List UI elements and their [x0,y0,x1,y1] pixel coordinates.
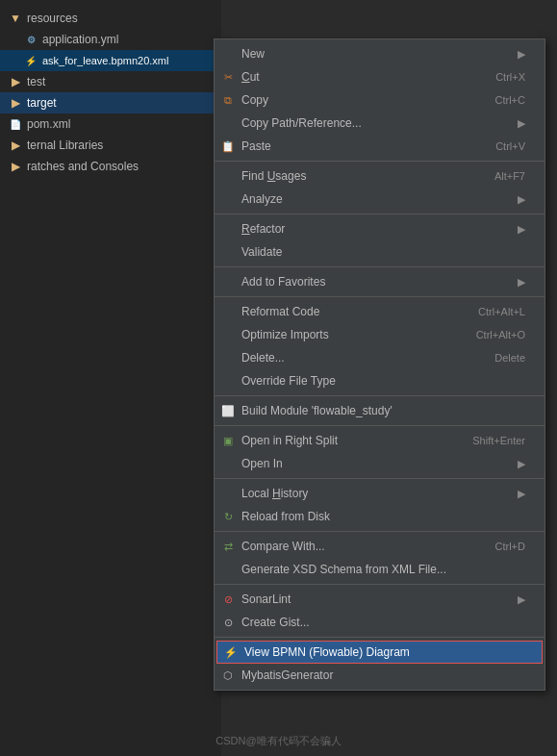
open-in-arrow: ▶ [518,458,525,470]
menu-item-refactor[interactable]: Refactor ▶ [215,217,544,240]
tree-item-label: test [27,75,45,88]
sonar-icon: ⊘ [220,593,236,606]
tree-item-yml[interactable]: ⚙ application.yml [0,29,221,50]
folder-icon: ▼ [8,11,23,26]
menu-item-mybatis[interactable]: ⬡ MybatisGenerator [215,664,544,687]
menu-item-copy-label: Copy [241,93,495,107]
menu-item-create-gist[interactable]: ⊙ Create Gist... [215,611,544,634]
menu-item-paste-label: Paste [241,139,495,153]
open-right-split-shortcut: Shift+Enter [472,435,525,446]
context-menu: New ▶ ✂ Cut Ctrl+X ⧉ Copy Ctrl+C Copy Pa… [214,38,545,691]
sep8 [215,531,544,532]
menu-item-copy-path-label: Copy Path/Reference... [241,116,518,130]
tree-item-test[interactable]: ▶ test [0,71,221,92]
sep5 [215,395,544,396]
tree-item-label: application.yml [42,33,118,46]
folder-icon-scratches: ▶ [8,159,23,174]
menu-item-open-right-split-label: Open in Right Split [241,434,472,447]
watermark: CSDN@唯有代码不会骗人 [0,734,557,748]
menu-item-build-module[interactable]: ⬜ Build Module 'flowable_study' [215,399,544,422]
menu-item-validate-label: Validate [241,245,525,259]
menu-item-compare-with[interactable]: ⇄ Compare With... Ctrl+D [215,535,544,558]
delete-shortcut: Delete [494,352,525,364]
menu-item-build-module-label: Build Module 'flowable_study' [241,404,525,417]
menu-item-optimize[interactable]: Optimize Imports Ctrl+Alt+O [215,323,544,346]
sep2 [215,214,544,214]
menu-item-add-favorites[interactable]: Add to Favorites ▶ [215,270,544,293]
menu-item-sonar-lint[interactable]: ⊘ SonarLint ▶ [215,588,544,611]
tree-item-ext-libs[interactable]: ▶ ternal Libraries [0,135,221,156]
cut-icon: ✂ [220,71,236,84]
find-usages-shortcut: Alt+F7 [494,170,525,182]
bpmn-icon: ⚡ [23,53,38,68]
menu-item-reload-from-disk-label: Reload from Disk [241,510,525,523]
menu-item-delete[interactable]: Delete... Delete [215,346,544,369]
sep3 [215,266,544,267]
cut-shortcut: Ctrl+X [495,71,525,83]
sonar-lint-arrow: ▶ [518,593,525,606]
bpmn-menu-icon: ⚡ [223,646,239,659]
menu-item-paste[interactable]: 📋 Paste Ctrl+V [215,135,544,158]
menu-item-generate-xsd-label: Generate XSD Schema from XML File... [241,563,525,576]
menu-item-open-in[interactable]: Open In ▶ [215,452,544,475]
menu-item-find-usages[interactable]: Find Usages Alt+F7 [215,164,544,188]
menu-item-open-in-label: Open In [241,457,518,470]
menu-item-copy[interactable]: ⧉ Copy Ctrl+C [215,88,544,112]
paste-shortcut: Ctrl+V [495,140,525,152]
tree-item-scratches[interactable]: ▶ ratches and Consoles [0,156,221,177]
menu-item-generate-xsd[interactable]: Generate XSD Schema from XML File... [215,558,544,581]
menu-item-delete-label: Delete... [241,351,494,365]
menu-item-view-bpmn[interactable]: ⚡ View BPMN (Flowable) Diagram [216,641,543,664]
tree-item-resources[interactable]: ▼ resources [0,8,221,29]
copy-icon: ⧉ [220,94,236,107]
menu-item-cut[interactable]: ✂ Cut Ctrl+X [215,65,544,88]
mybatis-icon: ⬡ [220,669,236,682]
tree-item-label: ternal Libraries [27,139,103,152]
menu-item-new[interactable]: New ▶ [215,42,544,65]
tree-item-label: ratches and Consoles [27,160,139,173]
optimize-shortcut: Ctrl+Alt+O [476,329,525,340]
folder-icon-test: ▶ [8,74,23,89]
sep6 [215,425,544,426]
analyze-arrow: ▶ [518,193,525,206]
menu-item-validate[interactable]: Validate [215,240,544,264]
yaml-icon: ⚙ [23,32,38,47]
tree-item-label: resources [27,12,78,25]
tree-item-pom[interactable]: 📄 pom.xml [0,113,221,135]
sep4 [215,296,544,297]
tree-item-bpmn[interactable]: ⚡ ask_for_leave.bpmn20.xml [0,50,221,71]
menu-item-override-file-type[interactable]: Override File Type [215,369,544,392]
menu-item-open-right-split[interactable]: ▣ Open in Right Split Shift+Enter [215,429,544,452]
menu-item-analyze-label: Analyze [241,192,518,206]
menu-item-copy-path[interactable]: Copy Path/Reference... ▶ [215,112,544,135]
sep7 [215,478,544,479]
copy-shortcut: Ctrl+C [495,94,525,106]
menu-item-refactor-label: Refactor [241,222,518,236]
reformat-shortcut: Ctrl+Alt+L [478,306,525,317]
menu-item-mybatis-label: MybatisGenerator [241,668,525,682]
folder-icon-extlibs: ▶ [8,138,23,153]
menu-item-reformat-label: Reformat Code [241,305,478,318]
split-icon: ▣ [220,435,236,447]
copy-path-arrow: ▶ [518,117,525,130]
local-history-arrow: ▶ [518,488,525,500]
tree-item-target[interactable]: ▶ target [0,92,221,113]
folder-icon-target: ▶ [8,95,23,111]
tree-item-label: ask_for_leave.bpmn20.xml [42,55,168,66]
menu-item-analyze[interactable]: Analyze ▶ [215,188,544,211]
menu-item-reformat[interactable]: Reformat Code Ctrl+Alt+L [215,300,544,323]
menu-item-view-bpmn-label: View BPMN (Flowable) Diagram [244,645,522,659]
menu-item-local-history[interactable]: Local History ▶ [215,482,544,505]
menu-item-sonar-lint-label: SonarLint [241,592,518,606]
sep1 [215,161,544,162]
arrow-icon: ▶ [518,48,525,61]
menu-item-add-favorites-label: Add to Favorites [241,275,518,289]
xml-icon: 📄 [8,116,23,132]
tree-item-label: pom.xml [27,117,70,131]
sep9 [215,584,544,585]
compare-icon: ⇄ [220,541,236,553]
menu-item-override-file-type-label: Override File Type [241,374,525,388]
menu-item-reload-from-disk[interactable]: ↻ Reload from Disk [215,505,544,528]
menu-item-local-history-label: Local History [241,487,518,500]
github-icon: ⊙ [220,617,236,629]
